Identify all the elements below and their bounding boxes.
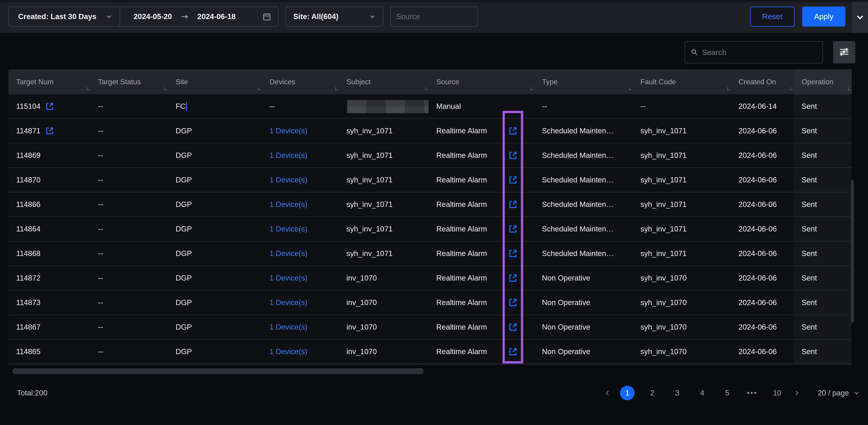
filter-actions: Reset Apply: [750, 7, 845, 27]
site-value: DGP: [176, 151, 192, 160]
pagination-page-3[interactable]: 3: [670, 386, 684, 400]
created-range-label: Created: Last 30 Days: [18, 12, 96, 21]
column-header-devices[interactable]: Devices: [262, 69, 339, 94]
table-row[interactable]: 114864 -- DGP 1 Device(s) syh_inv_1071 R…: [8, 217, 852, 242]
table-row[interactable]: 114872 -- DGP 1 Device(s) inv_1070 Realt…: [8, 266, 852, 290]
devices-link[interactable]: 1 Device(s): [270, 151, 307, 160]
calendar-icon[interactable]: [262, 12, 272, 21]
column-header-subject[interactable]: Subject: [339, 69, 429, 94]
table-row[interactable]: 114869 -- DGP 1 Device(s) syh_inv_1071 R…: [8, 143, 852, 168]
devices-link[interactable]: 1 Device(s): [270, 298, 307, 307]
search-input[interactable]: [702, 48, 818, 57]
cell-operation: Sent: [794, 94, 852, 118]
pagination-ellipsis[interactable]: •••: [745, 386, 759, 400]
open-source-icon[interactable]: [508, 273, 518, 283]
column-resize-handle[interactable]: [629, 87, 632, 90]
created-on-value: 2024-06-06: [739, 274, 777, 282]
column-header-target-num[interactable]: Target Num: [8, 69, 90, 94]
column-header-target-status[interactable]: Target Status: [90, 69, 168, 94]
cell-fault-code: syh_inv_1070: [633, 266, 731, 290]
table-row[interactable]: 114867 -- DGP 1 Device(s) inv_1070 Realt…: [8, 315, 852, 340]
table-row[interactable]: 114868 -- DGP 1 Device(s) syh_inv_1071 R…: [8, 242, 852, 266]
created-range-dropdown[interactable]: Created: Last 30 Days: [9, 7, 120, 26]
open-source-icon[interactable]: [508, 224, 518, 234]
cell-created-on: 2024-06-06: [731, 242, 794, 265]
horizontal-scrollbar[interactable]: [12, 368, 424, 374]
pagination-page-5[interactable]: 5: [720, 386, 734, 400]
column-resize-handle[interactable]: [790, 87, 793, 90]
open-target-icon[interactable]: [45, 126, 55, 136]
date-range-picker[interactable]: 2024-05-20 2024-06-18: [120, 7, 278, 26]
cell-target-num: 114871: [8, 119, 90, 143]
next-page-button[interactable]: [789, 386, 804, 400]
column-header-source[interactable]: Source: [429, 69, 534, 94]
column-header-operation[interactable]: Operation: [794, 69, 852, 94]
devices-link[interactable]: 1 Device(s): [270, 323, 307, 332]
open-source-icon[interactable]: [508, 199, 518, 210]
vertical-scrollbar[interactable]: [851, 180, 854, 322]
cell-subject: inv_1070: [339, 340, 429, 364]
column-header-created-on[interactable]: Created On: [731, 69, 794, 94]
site-value: DGP: [176, 323, 192, 332]
open-source-icon[interactable]: [508, 125, 518, 136]
operation-value: Sent: [802, 274, 817, 282]
table-row[interactable]: 114865 -- DGP 1 Device(s) inv_1070 Realt…: [8, 340, 852, 364]
cell-type: Scheduled Mainten…: [534, 143, 633, 167]
date-from[interactable]: 2024-05-20: [134, 12, 172, 21]
devices-link[interactable]: 1 Device(s): [270, 126, 307, 135]
cell-source: Realtime Alarm: [429, 217, 534, 241]
table-row[interactable]: 114871 -- DGP 1 Device(s) syh_inv_1071 R…: [8, 119, 852, 143]
collapse-filter-bar-toggle[interactable]: [852, 2, 868, 33]
column-resize-handle[interactable]: [258, 87, 261, 90]
source-input[interactable]: [396, 12, 472, 21]
devices-link[interactable]: 1 Device(s): [270, 200, 307, 209]
open-source-icon[interactable]: [508, 175, 518, 185]
horizontal-scrollbar-track: [8, 364, 852, 375]
reset-button[interactable]: Reset: [750, 7, 795, 27]
cell-target-status: --: [90, 143, 168, 167]
site-filter-dropdown[interactable]: Site: All(604): [286, 7, 383, 27]
table-row[interactable]: 114866 -- DGP 1 Device(s) syh_inv_1071 R…: [8, 192, 852, 217]
open-source-icon[interactable]: [508, 248, 518, 259]
table-row[interactable]: 114870 -- DGP 1 Device(s) syh_inv_1071 R…: [8, 168, 852, 192]
devices-link[interactable]: 1 Device(s): [270, 249, 307, 258]
subject-value: inv_1070: [346, 323, 377, 332]
open-source-icon[interactable]: [508, 322, 518, 332]
pagination-page-10[interactable]: 10: [770, 386, 784, 400]
open-source-icon[interactable]: [508, 298, 518, 308]
table-row[interactable]: 115104 -- FC -- Manual -- -- 2024-06-14 …: [8, 94, 852, 119]
open-target-icon[interactable]: [45, 101, 55, 111]
open-source-icon[interactable]: [508, 150, 518, 161]
page-size-selector[interactable]: 20 / page: [818, 389, 860, 397]
cell-target-num: 114866: [8, 192, 90, 217]
devices-link[interactable]: 1 Device(s): [270, 225, 307, 233]
column-header-fault-code[interactable]: Fault Code: [633, 69, 731, 94]
apply-button[interactable]: Apply: [802, 7, 845, 27]
previous-page-button[interactable]: [600, 386, 615, 400]
column-resize-handle[interactable]: [425, 87, 428, 90]
cell-fault-code: syh_inv_1070: [633, 340, 731, 364]
column-header-type[interactable]: Type: [534, 69, 633, 94]
date-to[interactable]: 2024-06-18: [197, 12, 236, 21]
cell-created-on: 2024-06-06: [731, 340, 794, 364]
cell-source: Realtime Alarm: [429, 242, 534, 265]
column-settings-button[interactable]: [833, 41, 855, 63]
column-resize-handle[interactable]: [335, 87, 338, 90]
devices-link[interactable]: 1 Device(s): [270, 347, 307, 356]
column-resize-handle[interactable]: [848, 87, 851, 90]
cell-devices: 1 Device(s): [262, 266, 339, 290]
column-header-label: Fault Code: [641, 78, 676, 86]
column-resize-handle[interactable]: [727, 87, 730, 90]
devices-link[interactable]: 1 Device(s): [270, 176, 307, 184]
target-num-value: 114869: [16, 151, 41, 160]
devices-link[interactable]: 1 Device(s): [270, 274, 307, 282]
table-row[interactable]: 114873 -- DGP 1 Device(s) inv_1070 Realt…: [8, 290, 852, 315]
pagination-page-4[interactable]: 4: [695, 386, 709, 400]
column-header-site[interactable]: Site: [168, 69, 262, 94]
column-resize-handle[interactable]: [531, 87, 534, 90]
pagination-page-1[interactable]: 1: [620, 386, 634, 400]
column-resize-handle[interactable]: [164, 87, 167, 90]
column-resize-handle[interactable]: [87, 87, 90, 90]
open-source-icon[interactable]: [508, 346, 518, 357]
pagination-page-2[interactable]: 2: [645, 386, 659, 400]
